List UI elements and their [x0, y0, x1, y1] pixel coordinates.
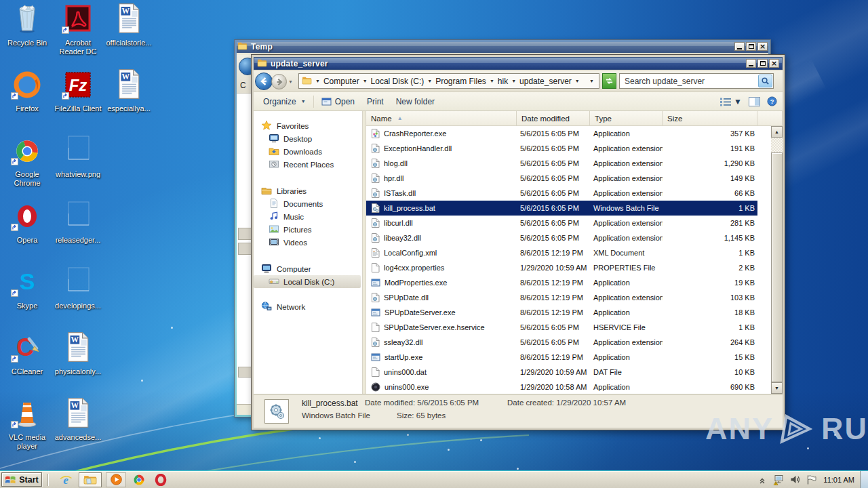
refresh-button[interactable] — [602, 73, 616, 89]
file-row-libcurl-dll[interactable]: libcurl.dll5/6/2015 6:05 PMApplication e… — [366, 216, 757, 230]
close-button[interactable]: × — [769, 59, 779, 68]
sidebar-group-computer[interactable]: Computer — [254, 262, 362, 275]
taskbar-clock[interactable]: 11:01 AM — [823, 476, 854, 484]
hidden-icons-chevron[interactable] — [755, 473, 769, 487]
forward-button[interactable] — [271, 74, 287, 89]
breadcrumb-dropdown-icon[interactable]: ▼ — [589, 79, 596, 83]
file-row-istask-dll[interactable]: ISTask.dll5/6/2015 6:05 PMApplication ex… — [366, 186, 757, 201]
file-row-exceptionhandler-dll[interactable]: ExceptionHandler.dll5/6/2015 6:05 PMAppl… — [366, 141, 757, 156]
sidebar-group-favorites[interactable]: Favorites — [254, 119, 362, 132]
search-button[interactable] — [758, 75, 772, 87]
desktop-icon-google-chrome[interactable]: GoogleChrome — [3, 137, 52, 188]
desktop-icon-acrobat-reader-dc[interactable]: AcrobatReader DC — [54, 5, 102, 56]
libraries-icon — [261, 185, 272, 197]
windows-logo-icon — [5, 474, 16, 485]
desktop-icon-developings[interactable]: developings... — [54, 268, 102, 310]
temp-scroll-block — [238, 367, 252, 378]
show-desktop-button[interactable] — [860, 471, 868, 488]
file-row-ssleay32-dll[interactable]: ssleay32.dll5/6/2015 6:05 PMApplication … — [366, 335, 757, 350]
dll-file-icon — [371, 293, 380, 302]
file-row-hpr-dll[interactable]: hpr.dll5/6/2015 6:05 PMApplication exten… — [366, 171, 757, 186]
file-row-unins000-exe[interactable]: unins000.exe1/29/2020 10:58 AMApplicatio… — [366, 380, 757, 394]
sidebar-item-pictures[interactable]: Pictures — [254, 223, 362, 236]
scroll-up-button[interactable]: ▲ — [771, 126, 783, 138]
file-row-log4cxx-properties[interactable]: log4cxx.properties1/29/2020 10:59 AMPROP… — [366, 260, 757, 275]
desktop-icon-vlc-media-player[interactable]: VLC mediaplayer — [3, 400, 52, 451]
desktop-icon-recycle-bin[interactable]: Recycle Bin — [3, 5, 52, 47]
desktop-icon-skype[interactable]: SSkype — [3, 268, 52, 310]
desktop-icon-whatview-png[interactable]: whatview.png — [54, 137, 102, 179]
desktop-icon-releasedger[interactable]: releasedger... — [54, 203, 102, 245]
scroll-track[interactable] — [771, 138, 783, 152]
vertical-scrollbar[interactable]: ▲▼ — [771, 126, 783, 394]
desktop-icon-officialstorie[interactable]: Wofficialstorie... — [104, 5, 153, 47]
file-row-hlog-dll[interactable]: hlog.dll5/6/2015 6:05 PMApplication exte… — [366, 156, 757, 171]
breadcrumb-segment[interactable]: Local Disk (C:) — [371, 77, 425, 86]
taskbar-chrome-icon[interactable] — [131, 472, 147, 487]
explorer-titlebar[interactable]: update_server × — [254, 57, 783, 70]
sidebar-item-label: Recent Places — [283, 161, 334, 169]
file-row-startup-exe[interactable]: startUp.exe8/6/2015 12:19 PMApplication1… — [366, 350, 757, 365]
organize-button[interactable]: Organize▼ — [257, 92, 312, 110]
taskbar-opera-icon[interactable] — [153, 472, 169, 487]
new-folder-button[interactable]: New folder — [390, 92, 441, 110]
desktop-icon-especiallya[interactable]: Wespeciallya... — [104, 71, 153, 113]
print-button[interactable]: Print — [361, 92, 390, 110]
scroll-thumb[interactable] — [771, 152, 783, 382]
history-chevron-icon[interactable]: ▼ — [288, 79, 293, 84]
desktop-icon-advancedse[interactable]: Wadvancedse... — [54, 400, 102, 442]
column-header-size[interactable]: Size — [663, 111, 757, 126]
file-row-unins000-dat[interactable]: unins000.dat1/29/2020 10:59 AMDAT File10… — [366, 365, 757, 380]
column-header-type[interactable]: Type — [590, 111, 663, 126]
file-row-spupdateserver-exe[interactable]: SPUpDateServer.exe8/6/2015 12:19 PMAppli… — [366, 305, 757, 320]
details-pane: kill_process.bat Windows Batch File Date… — [254, 394, 783, 428]
file-row-localconfig-xml[interactable]: LocalConfig.xml8/6/2015 12:19 PMXML Docu… — [366, 245, 757, 260]
sidebar-item-music[interactable]: Music — [254, 210, 362, 223]
desktop-icon-firefox[interactable]: Firefox — [3, 71, 52, 113]
sidebar-group-libraries[interactable]: Libraries — [254, 184, 362, 197]
file-size: 15 KB — [663, 353, 757, 361]
sidebar-item-local-disk-c[interactable]: Local Disk (C:) — [254, 275, 361, 288]
maximize-button[interactable] — [757, 59, 768, 68]
minimize-button[interactable] — [746, 59, 756, 68]
sidebar-group-network[interactable]: Network — [254, 300, 362, 313]
column-header-name[interactable]: Name▲ — [366, 111, 517, 126]
breadcrumb[interactable]: ▼Computer▼Local Disk (C:)▼Program Files▼… — [298, 73, 599, 89]
taskbar-wmp-button[interactable] — [106, 472, 126, 487]
action-center-flag-icon[interactable] — [804, 473, 818, 487]
file-row-spupdateserver-exe-hservice[interactable]: SPUpDateServer.exe.hservice5/6/2015 6:05… — [366, 320, 757, 335]
sidebar-item-downloads[interactable]: Downloads — [254, 145, 362, 158]
breadcrumb-segment[interactable]: Computer — [323, 77, 359, 86]
sidebar-item-desktop[interactable]: Desktop — [254, 132, 362, 145]
sidebar-item-videos[interactable]: Videos — [254, 236, 362, 249]
desktop-icon-ccleaner[interactable]: CCCleaner — [3, 334, 52, 376]
column-header-date-modified[interactable]: Date modified — [517, 111, 590, 126]
taskbar-ie-icon[interactable]: e — [58, 472, 74, 487]
file-row-crashreporter-exe[interactable]: CrashReporter.exe5/6/2015 6:05 PMApplica… — [366, 126, 757, 141]
file-row-libeay32-dll[interactable]: libeay32.dll5/6/2015 6:05 PMApplication … — [366, 230, 757, 245]
file-row-kill-process-bat[interactable]: kill_process.bat5/6/2015 6:05 PMWindows … — [366, 201, 757, 216]
scroll-down-button[interactable]: ▼ — [771, 382, 783, 394]
taskbar-explorer-button[interactable] — [79, 472, 102, 487]
file-row-modproperties-exe[interactable]: ModProperties.exe8/6/2015 12:19 PMApplic… — [366, 275, 757, 290]
breadcrumb-segment[interactable]: hik — [498, 77, 508, 86]
network-icon[interactable] — [772, 473, 785, 487]
preview-pane-icon[interactable] — [749, 97, 760, 106]
desktop-icon-physicalonly[interactable]: Wphysicalonly... — [54, 334, 102, 376]
search-box[interactable]: Search update_server — [619, 73, 774, 89]
breadcrumb-segment[interactable]: Program Files — [435, 77, 486, 86]
open-button[interactable]: Open — [315, 92, 361, 110]
start-button[interactable]: Start — [1, 472, 42, 487]
help-icon[interactable]: ? — [767, 96, 777, 106]
desktop-icon-opera[interactable]: Opera — [3, 203, 52, 245]
volume-icon[interactable] — [788, 473, 802, 487]
uninst-file-icon — [371, 382, 380, 392]
back-button[interactable] — [255, 73, 273, 90]
search-input[interactable]: Search update_server — [620, 77, 758, 86]
desktop-icon-filezilla-client[interactable]: FzFileZilla Client — [54, 71, 102, 113]
views-button[interactable]: ▼ — [719, 97, 742, 106]
file-row-spupdate-dll[interactable]: SPUpDate.dll8/6/2015 12:19 PMApplication… — [366, 290, 757, 305]
sidebar-item-documents[interactable]: Documents — [254, 197, 362, 210]
breadcrumb-segment[interactable]: update_server — [519, 77, 572, 86]
sidebar-item-recent-places[interactable]: Recent Places — [254, 158, 362, 171]
